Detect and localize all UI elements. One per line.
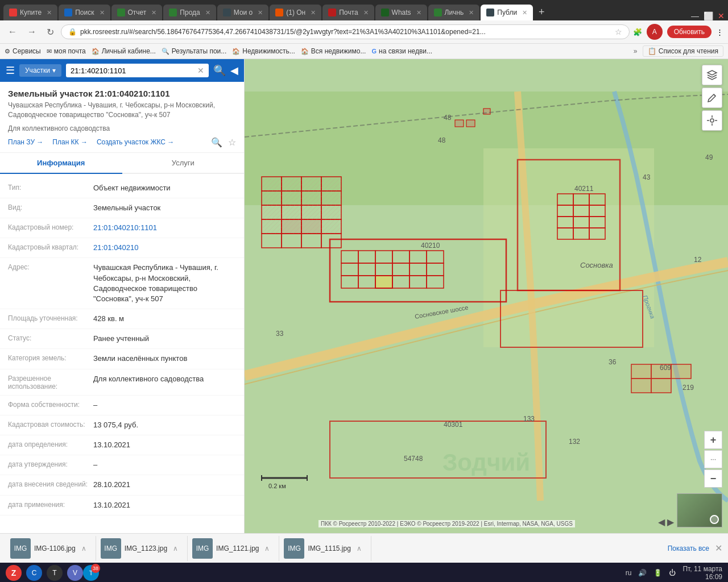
nav-bar: ← → ↻ 🔒 ☆ 🧩 A Обновить ⋮ <box>0 20 728 44</box>
panel-toggle-icon[interactable]: ◀ <box>230 64 238 77</box>
tab-close-poisk[interactable]: ✕ <box>100 9 105 16</box>
star-property-icon[interactable]: ☆ <box>228 137 236 148</box>
svg-text:12: 12 <box>694 256 702 264</box>
svg-text:40210: 40210 <box>421 242 440 250</box>
tab-minimize-icon[interactable]: — <box>691 11 699 20</box>
info-row-tip: Тип: Объект недвижимости <box>0 178 244 198</box>
taskbar-chrome-label: C <box>32 569 37 577</box>
user-avatar[interactable]: A <box>647 24 663 40</box>
download-bar-close-icon[interactable]: ✕ <box>715 543 722 554</box>
tab-close-icon[interactable]: ✕ <box>718 11 725 20</box>
new-tab-button[interactable]: + <box>534 4 549 20</box>
tab-kupite[interactable]: Купите ✕ <box>3 5 57 20</box>
tab-moi[interactable]: Мои о ✕ <box>217 5 269 20</box>
search-input[interactable] <box>71 66 194 75</box>
tab-bar: Купите ✕ Поиск ✕ Отчет ✕ Прода ✕ Мои о ✕… <box>0 0 728 20</box>
address-bar[interactable]: 🔒 ☆ <box>61 24 630 39</box>
search-go-icon[interactable]: 🔍 <box>213 64 226 77</box>
map-arrow-right-icon[interactable]: ▶ <box>667 517 674 527</box>
tab-restore-icon[interactable]: ⬜ <box>704 11 713 20</box>
reading-list-button[interactable]: 📋 Список для чтения <box>643 45 723 57</box>
download-arrow-0[interactable]: ∧ <box>81 544 86 552</box>
tab-otchet[interactable]: Отчет ✕ <box>111 5 163 20</box>
extensions-icon[interactable]: 🧩 <box>633 28 642 36</box>
show-all-button[interactable]: Показать все <box>668 544 709 552</box>
tab-prodazha[interactable]: Прода ✕ <box>163 5 216 20</box>
bookmark-nedv[interactable]: 🏠 Недвижимость... <box>232 47 295 55</box>
info-value-square: 428 кв. м <box>93 314 236 324</box>
minimap[interactable] <box>677 493 722 527</box>
back-button[interactable]: ← <box>5 26 20 38</box>
tab-online[interactable]: (1) Он ✕ <box>270 5 321 20</box>
search-clear-icon[interactable]: ✕ <box>197 66 204 75</box>
update-button[interactable]: Обновить <box>667 26 712 38</box>
forward-button[interactable]: → <box>24 26 40 38</box>
info-value-kadkvartal[interactable]: 21:01:040210 <box>93 243 236 253</box>
info-label-kadkvartal: Кадастровый квартал: <box>8 243 93 253</box>
map-arrow-left-icon[interactable]: ◀ <box>658 517 665 527</box>
search-property-icon[interactable]: 🔍 <box>211 137 222 148</box>
tab-close-lichniy[interactable]: ✕ <box>469 9 474 16</box>
tab-close-publik[interactable]: ✕ <box>522 9 527 16</box>
download-arrow-1[interactable]: ∧ <box>173 544 178 552</box>
tab-close-prodazha[interactable]: ✕ <box>205 9 210 16</box>
plan-zu-link[interactable]: План ЗУ → <box>8 138 43 146</box>
bookmark-lichniy[interactable]: 🏠 Личный кабине... <box>92 47 156 55</box>
reload-button[interactable]: ↻ <box>43 26 57 39</box>
map-area[interactable]: 40211 40210 40301 54748 133 132 36 12 60… <box>245 59 728 533</box>
tab-info-button[interactable]: Информация <box>0 153 122 174</box>
taskbar-volume-icon[interactable]: 🔊 <box>638 569 647 577</box>
hamburger-menu-icon[interactable]: ☰ <box>6 64 15 77</box>
bookmark-vsya[interactable]: 🏠 Вся недвижимо... <box>301 47 366 55</box>
create-zhs-link[interactable]: Создать участок ЖКС → <box>97 138 174 146</box>
bookmark-star-icon[interactable]: ☆ <box>615 27 622 36</box>
svg-rect-64 <box>455 120 464 127</box>
property-tag: Для коллективного садоводства <box>8 124 236 132</box>
zoom-out-button[interactable]: − <box>704 469 722 488</box>
download-file-icon-2: IMG <box>192 538 213 559</box>
tab-close-online[interactable]: ✕ <box>311 9 316 16</box>
search-input-wrap: ✕ <box>66 64 209 77</box>
tab-close-pochta[interactable]: ✕ <box>363 9 369 16</box>
taskbar-icon-z[interactable]: Z <box>6 565 22 581</box>
tab-pochta[interactable]: Почта ✕ <box>322 5 374 20</box>
info-value-forma: – <box>93 400 236 410</box>
info-label-datavnes: дата внесения сведений: <box>8 480 93 490</box>
bookmark-vsya-label: Вся недвижимо... <box>311 47 366 55</box>
taskbar-power-icon[interactable]: ⏻ <box>669 569 676 577</box>
tab-close-whats[interactable]: ✕ <box>416 9 421 16</box>
menu-icon[interactable]: ⋮ <box>716 28 723 36</box>
bookmark-results[interactable]: 🔍 Результаты пои... <box>162 47 226 55</box>
bookmark-serwisy[interactable]: ⚙ Сервисы <box>5 47 41 55</box>
tab-close-otchet[interactable]: ✕ <box>151 9 156 16</box>
bookmark-pochta[interactable]: ✉ моя почта <box>47 47 86 55</box>
tab-close-kupite[interactable]: ✕ <box>47 9 52 16</box>
address-input[interactable] <box>80 28 611 36</box>
layers-button[interactable] <box>702 65 722 85</box>
tab-publik[interactable]: Публи ✕ <box>481 5 533 20</box>
bookmarks-overflow-icon[interactable]: » <box>634 47 638 55</box>
location-button[interactable] <box>702 110 722 131</box>
download-arrow-3[interactable]: ∧ <box>357 544 362 552</box>
tab-lichniy[interactable]: Личнь ✕ <box>428 5 480 20</box>
info-label-dataprim: дата применения: <box>8 500 93 510</box>
plan-kk-link[interactable]: План КК → <box>52 138 88 146</box>
taskbar-icon-telegram[interactable]: T <box>47 565 63 581</box>
tab-close-moi[interactable]: ✕ <box>258 9 263 16</box>
download-arrow-2[interactable]: ∧ <box>264 544 270 552</box>
tab-poisk[interactable]: Поиск ✕ <box>59 5 110 20</box>
bookmark-nasvyazi[interactable]: G на связи недви... <box>371 47 432 55</box>
tab-services-button[interactable]: Услуги <box>122 153 245 174</box>
tab-icon-prodazha <box>169 9 177 16</box>
taskbar-right: ru 🔊 🔋 ⏻ Пт, 11 марта 16:09 <box>626 565 722 581</box>
search-type-button[interactable]: Участки ▾ <box>19 64 61 77</box>
bookmark-pochta-icon: ✉ <box>47 48 52 55</box>
zoom-more-button[interactable]: ··· <box>704 450 722 468</box>
tab-whats[interactable]: Whats ✕ <box>375 5 427 20</box>
reading-list-label: Список для чтения <box>659 47 718 55</box>
taskbar-icon-chrome[interactable]: C <box>26 565 42 581</box>
draw-button[interactable] <box>702 88 722 108</box>
zoom-in-button[interactable]: + <box>704 431 722 449</box>
info-value-kadnomer[interactable]: 21:01:040210:1101 <box>93 223 236 233</box>
taskbar-icon-viber[interactable]: V <box>67 565 83 581</box>
